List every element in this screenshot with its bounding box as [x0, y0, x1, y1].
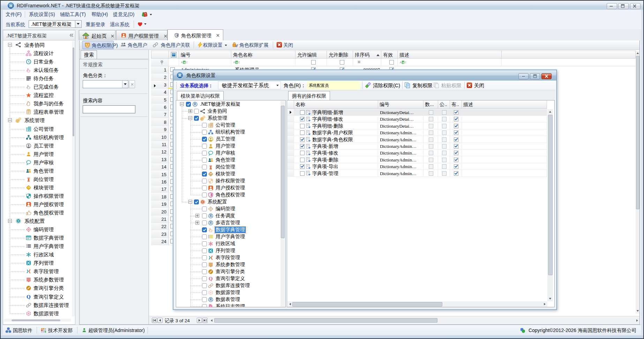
tree-checkbox[interactable] [202, 276, 207, 281]
button-角色权限扩展[interactable]: 角色权限扩展 [230, 41, 274, 49]
operation-select-checkbox[interactable] [300, 171, 305, 176]
cell-public[interactable] [442, 144, 447, 149]
sidebar-item-用户字典管理[interactable]: 用户字典管理 [3, 242, 71, 250]
scroll-right-icon[interactable] [636, 319, 638, 322]
sidebar-item-查询引擎分类[interactable]: 查询引擎分类 [3, 284, 71, 292]
sidebar-item-系统配置[interactable]: 系统配置 [3, 217, 71, 225]
tree-expander-icon[interactable] [8, 118, 12, 122]
button-角色权限(P)[interactable]: 角色权限(P) [82, 41, 114, 49]
sidebar-item-系统参数管理[interactable]: 系统参数管理 [3, 276, 71, 284]
dialog-grid-column-数...[interactable]: 数... [424, 100, 438, 109]
tree-checkbox[interactable] [202, 283, 207, 288]
operation-select-checkbox[interactable] [300, 110, 305, 115]
dialog-button-粘贴权限[interactable]: 粘贴权限 [433, 81, 465, 90]
sidebar-item-已完成任务[interactable]: 已完成任务 [3, 83, 71, 91]
menu-item-5[interactable]: 提意见(D) [113, 12, 134, 18]
tree-checkbox[interactable] [194, 199, 199, 204]
cell-valid[interactable] [454, 144, 458, 149]
dialog-tree-item-用户授权管理[interactable]: 用户授权管理 [176, 184, 280, 191]
operation-row-字典项-删除[interactable]: 字典项-删除DictionaryAdmin… [287, 157, 547, 163]
sidebar-item-系统管理[interactable]: 系统管理 [3, 116, 71, 124]
tree-collapse-icon[interactable] [180, 102, 184, 106]
menu-item-2[interactable]: 系统设置(S) [29, 12, 55, 18]
sidebar-item-角色授权管理[interactable]: 角色授权管理 [3, 209, 71, 217]
tree-checkbox[interactable] [202, 241, 207, 246]
dialog-button-关闭[interactable]: 关闭 [466, 81, 487, 90]
tree-checkbox[interactable] [202, 290, 207, 295]
grid-header-select-all[interactable] [169, 51, 179, 59]
grid-column-header-允许编辑[interactable]: 允许编辑 [295, 51, 327, 59]
window-maximize-button[interactable] [618, 3, 629, 9]
grid-column-header-描述[interactable]: 描述 [398, 51, 502, 59]
scroll-up-icon[interactable] [636, 52, 639, 54]
grid-filter-row[interactable]: ABCABC=ABC [151, 59, 636, 66]
cell-valid[interactable] [454, 117, 458, 121]
dialog-tree-item-数据表管理[interactable]: R数据表管理 [176, 296, 280, 303]
tab-起始页[interactable]: 起始页 [79, 30, 115, 40]
navigator-next-button[interactable] [197, 318, 202, 323]
sidebar-item-用户授权管理[interactable]: 用户授权管理 [3, 201, 71, 208]
operation-select-checkbox[interactable] [300, 151, 305, 155]
scroll-down-icon[interactable] [549, 297, 552, 300]
cell-public[interactable] [442, 130, 447, 135]
operation-select-checkbox[interactable] [300, 144, 305, 149]
filter-checkbox[interactable] [311, 60, 316, 65]
tab-module-menu-permission[interactable]: 模块菜单访问权限 [177, 91, 224, 100]
dialog-grid-column-名称[interactable]: 名称 [294, 100, 378, 109]
row-type-icon[interactable] [306, 117, 311, 122]
sidebar-item-未认领任务[interactable]: 未认领任务 [3, 66, 71, 74]
tree-checkbox[interactable] [194, 116, 199, 121]
dialog-grid-column-描述[interactable]: 描述 [462, 100, 547, 109]
cell-valid[interactable] [454, 130, 458, 135]
tree-checkbox[interactable] [202, 137, 207, 142]
role-value-field[interactable]: 系统配置员 [307, 81, 360, 90]
operation-row-字典明细-删除[interactable]: 字典明细-删除DictionaryDetai… [287, 123, 547, 129]
button-关闭[interactable]: 关闭 [274, 41, 298, 49]
tree-checkbox[interactable] [194, 109, 199, 114]
sidebar-item-业务协同[interactable]: 业务协同 [3, 41, 71, 49]
scroll-left-icon[interactable] [210, 319, 213, 322]
dialog-tree-item-系统配置[interactable]: 系统配置 [176, 198, 280, 205]
tab-close-icon[interactable] [216, 33, 220, 37]
tree-checkbox[interactable] [202, 213, 207, 218]
dialog-tree-item-.NET敏捷开发框架[interactable]: R.NET敏捷开发框架 [176, 101, 280, 108]
role-category-clear-button[interactable] [129, 80, 135, 88]
row-type-icon[interactable] [306, 171, 311, 176]
cell-data-permission[interactable] [429, 158, 433, 162]
sidebar-item-操作权限管理[interactable]: 操作权限管理 [3, 192, 71, 200]
tree-checkbox[interactable] [202, 227, 207, 232]
row-type-icon[interactable] [306, 151, 311, 156]
scroll-left-icon[interactable] [289, 303, 291, 306]
operation-row-字典明细-新增[interactable]: 字典明细-新增DictionaryDetai… [287, 109, 547, 116]
operation-row-数据字典-用户权限[interactable]: 数据字典-用户权限DictionaryAdmin… [287, 129, 547, 136]
sidebar-item-数据字典管理[interactable]: 数据字典管理 [3, 234, 71, 242]
row-type-icon[interactable] [306, 110, 311, 115]
sidebar-item-行政区域[interactable]: 行政区域 [3, 251, 71, 258]
grid-horizontal-scrollbar[interactable] [209, 318, 639, 323]
cell-valid[interactable] [454, 137, 458, 142]
dialog-tree-item-岗位管理[interactable]: 岗位管理 [176, 164, 280, 171]
tree-expand-icon[interactable] [195, 221, 199, 225]
dialog-tree-item-角色管理[interactable]: 角色管理 [176, 157, 280, 164]
grid-column-header-排序码[interactable]: 排序码 [353, 51, 381, 59]
dialog-tree-item-系统日志管理[interactable]: 系统日志管理 [176, 303, 280, 307]
tab-owned-operation-permission[interactable]: 拥有的操作权限 [288, 91, 330, 100]
cell-valid[interactable] [454, 110, 458, 115]
cell-data-permission[interactable] [429, 144, 433, 149]
tree-checkbox[interactable] [202, 151, 207, 156]
dialog-tree-item-操作权限管理[interactable]: 操作权限管理 [176, 178, 280, 184]
tree-checkbox[interactable] [202, 248, 207, 253]
operation-row-数据字典-角色权限[interactable]: 数据字典-角色权限DictionaryAdmin… [287, 136, 547, 143]
button-权限设置[interactable]: 权限设置 [195, 41, 227, 49]
operation-select-checkbox[interactable] [300, 137, 305, 142]
sidebar-item-数据源管理[interactable]: 数据源管理 [3, 310, 71, 316]
cell-data-permission[interactable] [429, 110, 433, 115]
dialog-button-复制权限[interactable]: 复制权限 [404, 81, 436, 90]
grid-column-header-有效[interactable]: 有效 [381, 51, 398, 59]
cell-valid[interactable] [454, 151, 458, 155]
cell-data-permission[interactable] [429, 124, 433, 128]
sidebar-item-查询引擎定义[interactable]: Q查询引擎定义 [3, 293, 71, 301]
tree-checkbox[interactable] [202, 255, 207, 260]
sidebar-item-组织机构管理[interactable]: 组织机构管理 [3, 134, 71, 141]
row-type-icon[interactable] [306, 137, 311, 142]
